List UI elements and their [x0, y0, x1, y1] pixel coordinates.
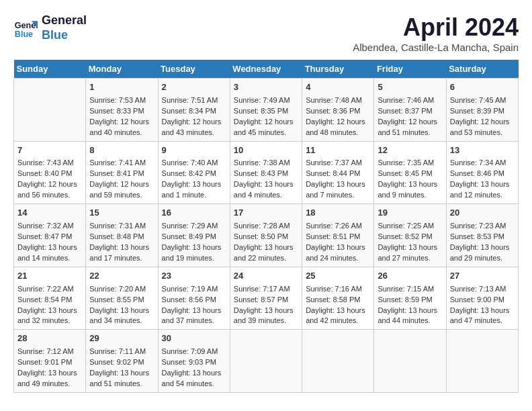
day-number: 17	[234, 207, 298, 220]
calendar-cell	[230, 330, 302, 393]
day-number: 22	[89, 270, 154, 283]
daylight-text: Daylight: 13 hours and 42 minutes.	[306, 306, 370, 327]
day-number: 6	[450, 81, 515, 94]
day-number: 24	[234, 270, 298, 283]
sunrise-text: Sunrise: 7:26 AM	[306, 221, 370, 232]
sunset-text: Sunset: 8:56 PM	[162, 295, 226, 306]
sunrise-text: Sunrise: 7:51 AM	[162, 95, 226, 106]
calendar-cell: 30Sunrise: 7:09 AMSunset: 9:03 PMDayligh…	[158, 330, 230, 393]
location-subtitle: Albendea, Castille-La Mancha, Spain	[353, 42, 519, 53]
day-number: 5	[378, 81, 442, 94]
daylight-text: Daylight: 13 hours and 32 minutes.	[17, 306, 82, 327]
sunset-text: Sunset: 8:36 PM	[306, 106, 370, 117]
sunrise-text: Sunrise: 7:41 AM	[89, 158, 154, 169]
sunset-text: Sunset: 8:50 PM	[234, 232, 298, 242]
svg-text:Blue: Blue	[15, 29, 33, 38]
sunrise-text: Sunrise: 7:23 AM	[450, 221, 515, 232]
day-number: 2	[162, 81, 226, 94]
day-number: 14	[17, 207, 82, 220]
sunset-text: Sunset: 8:54 PM	[17, 295, 82, 306]
day-number: 29	[89, 332, 154, 345]
sunrise-text: Sunrise: 7:31 AM	[89, 221, 154, 232]
daylight-text: Daylight: 12 hours and 53 minutes.	[450, 117, 515, 138]
calendar-cell: 27Sunrise: 7:13 AMSunset: 9:00 PMDayligh…	[446, 267, 518, 330]
calendar-cell: 16Sunrise: 7:29 AMSunset: 8:49 PMDayligh…	[158, 204, 230, 267]
calendar-cell: 20Sunrise: 7:23 AMSunset: 8:53 PMDayligh…	[446, 204, 518, 267]
calendar-cell: 14Sunrise: 7:32 AMSunset: 8:47 PMDayligh…	[14, 204, 86, 267]
daylight-text: Daylight: 12 hours and 56 minutes.	[17, 179, 82, 201]
daylight-text: Daylight: 13 hours and 19 minutes.	[162, 242, 226, 264]
calendar-cell: 22Sunrise: 7:20 AMSunset: 8:55 PMDayligh…	[86, 267, 158, 330]
sunset-text: Sunset: 8:47 PM	[17, 232, 82, 242]
calendar-cell	[302, 330, 374, 393]
day-number: 7	[17, 144, 82, 157]
logo-icon: General Blue	[13, 16, 38, 40]
calendar-cell	[374, 330, 446, 393]
sunset-text: Sunset: 8:49 PM	[162, 232, 226, 242]
header-day-thursday: Thursday	[302, 60, 374, 79]
sunrise-text: Sunrise: 7:09 AM	[162, 347, 226, 357]
daylight-text: Daylight: 13 hours and 29 minutes.	[450, 242, 515, 264]
daylight-text: Daylight: 12 hours and 45 minutes.	[234, 117, 298, 138]
daylight-text: Daylight: 12 hours and 51 minutes.	[378, 117, 442, 138]
daylight-text: Daylight: 13 hours and 1 minute.	[162, 179, 226, 201]
sunset-text: Sunset: 9:00 PM	[450, 295, 515, 306]
sunrise-text: Sunrise: 7:45 AM	[450, 95, 515, 106]
day-number: 18	[306, 207, 370, 220]
sunrise-text: Sunrise: 7:35 AM	[378, 158, 442, 169]
sunset-text: Sunset: 8:43 PM	[234, 169, 298, 179]
daylight-text: Daylight: 13 hours and 44 minutes.	[378, 306, 442, 327]
sunrise-text: Sunrise: 7:16 AM	[306, 284, 370, 295]
calendar-cell: 29Sunrise: 7:11 AMSunset: 9:02 PMDayligh…	[86, 330, 158, 393]
daylight-text: Daylight: 12 hours and 48 minutes.	[306, 117, 370, 138]
calendar-week-row: 1Sunrise: 7:53 AMSunset: 8:33 PMDaylight…	[14, 79, 519, 142]
daylight-text: Daylight: 13 hours and 17 minutes.	[89, 242, 154, 264]
sunset-text: Sunset: 8:40 PM	[17, 169, 82, 179]
sunset-text: Sunset: 8:58 PM	[306, 295, 370, 306]
header-day-saturday: Saturday	[446, 60, 518, 79]
sunset-text: Sunset: 8:44 PM	[306, 169, 370, 179]
calendar-cell: 18Sunrise: 7:26 AMSunset: 8:51 PMDayligh…	[302, 204, 374, 267]
sunset-text: Sunset: 8:46 PM	[450, 169, 515, 179]
sunset-text: Sunset: 8:35 PM	[234, 106, 298, 117]
sunrise-text: Sunrise: 7:17 AM	[234, 284, 298, 295]
sunset-text: Sunset: 8:52 PM	[378, 232, 442, 242]
day-number: 3	[234, 81, 298, 94]
calendar-cell	[446, 330, 518, 393]
sunrise-text: Sunrise: 7:38 AM	[234, 158, 298, 169]
sunrise-text: Sunrise: 7:34 AM	[450, 158, 515, 169]
calendar-cell: 21Sunrise: 7:22 AMSunset: 8:54 PMDayligh…	[14, 267, 86, 330]
calendar-cell: 28Sunrise: 7:12 AMSunset: 9:01 PMDayligh…	[14, 330, 86, 393]
sunset-text: Sunset: 8:41 PM	[89, 169, 154, 179]
daylight-text: Daylight: 13 hours and 51 minutes.	[89, 368, 154, 390]
calendar-cell	[14, 79, 86, 142]
daylight-text: Daylight: 12 hours and 40 minutes.	[89, 117, 154, 138]
header-day-tuesday: Tuesday	[158, 60, 230, 79]
day-number: 13	[450, 144, 515, 157]
sunset-text: Sunset: 8:48 PM	[89, 232, 154, 242]
day-number: 23	[162, 270, 226, 283]
sunset-text: Sunset: 8:57 PM	[234, 295, 298, 306]
sunrise-text: Sunrise: 7:28 AM	[234, 221, 298, 232]
calendar-cell: 15Sunrise: 7:31 AMSunset: 8:48 PMDayligh…	[86, 204, 158, 267]
calendar-cell: 17Sunrise: 7:28 AMSunset: 8:50 PMDayligh…	[230, 204, 302, 267]
sunrise-text: Sunrise: 7:43 AM	[17, 158, 82, 169]
daylight-text: Daylight: 13 hours and 22 minutes.	[234, 242, 298, 264]
calendar-cell: 25Sunrise: 7:16 AMSunset: 8:58 PMDayligh…	[302, 267, 374, 330]
header: General Blue General Blue April 2024 Alb…	[13, 13, 519, 53]
sunrise-text: Sunrise: 7:29 AM	[162, 221, 226, 232]
daylight-text: Daylight: 13 hours and 34 minutes.	[89, 306, 154, 327]
logo-line1: General	[42, 13, 87, 28]
calendar-table: SundayMondayTuesdayWednesdayThursdayFrid…	[13, 60, 519, 393]
calendar-week-row: 28Sunrise: 7:12 AMSunset: 9:01 PMDayligh…	[14, 330, 519, 393]
header-day-sunday: Sunday	[14, 60, 86, 79]
sunrise-text: Sunrise: 7:53 AM	[89, 95, 154, 106]
sunset-text: Sunset: 8:45 PM	[378, 169, 442, 179]
daylight-text: Daylight: 13 hours and 49 minutes.	[17, 368, 82, 390]
day-number: 27	[450, 270, 515, 283]
calendar-cell: 23Sunrise: 7:19 AMSunset: 8:56 PMDayligh…	[158, 267, 230, 330]
daylight-text: Daylight: 13 hours and 39 minutes.	[234, 306, 298, 327]
daylight-text: Daylight: 12 hours and 43 minutes.	[162, 117, 226, 138]
day-number: 12	[378, 144, 442, 157]
calendar-week-row: 14Sunrise: 7:32 AMSunset: 8:47 PMDayligh…	[14, 204, 519, 267]
